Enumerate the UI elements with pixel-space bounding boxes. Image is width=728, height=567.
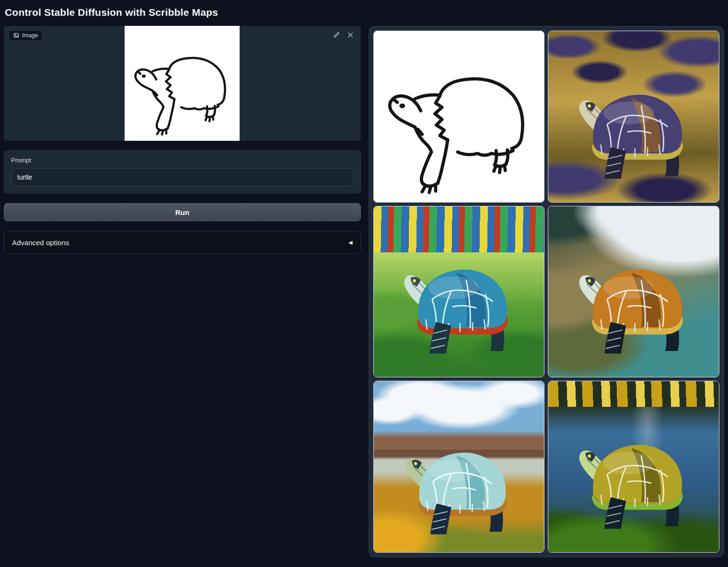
prompt-panel: Prompt: [4, 150, 361, 193]
input-panel: Image: [4, 26, 361, 254]
prompt-label: Prompt: [11, 157, 354, 164]
image-input[interactable]: Image: [4, 26, 361, 141]
image-input-label-text: Image: [22, 32, 38, 39]
collapse-arrow-icon: ◀: [348, 239, 352, 246]
edit-pencil-icon[interactable]: [333, 31, 340, 39]
prompt-input[interactable]: [11, 168, 354, 186]
close-icon[interactable]: [347, 31, 354, 39]
output-gallery: [369, 26, 725, 557]
run-button[interactable]: Run: [4, 203, 361, 221]
turtle-image: [557, 238, 710, 365]
image-toolbar: [333, 31, 354, 39]
gallery-item-mountain-lake[interactable]: [373, 381, 545, 553]
gallery-item-teal-artistic[interactable]: [373, 206, 545, 378]
gallery-item-orange-stream[interactable]: [548, 206, 719, 378]
turtle-image: [557, 64, 710, 190]
advanced-options-label: Advanced options: [12, 238, 69, 247]
page-title: Control Stable Diffusion with Scribble M…: [5, 7, 724, 18]
scribble-image: [125, 26, 240, 141]
turtle-image: [382, 238, 535, 365]
image-icon: [13, 33, 19, 38]
image-input-label: Image: [9, 30, 43, 41]
advanced-options-accordion[interactable]: Advanced options ◀: [4, 231, 361, 254]
gallery-item-scribble[interactable]: [373, 31, 545, 203]
gallery-item-underwater-moss[interactable]: [548, 381, 719, 553]
turtle-image: [557, 414, 710, 540]
gallery-item-gold-water[interactable]: [548, 31, 719, 203]
main-columns: Image: [4, 26, 724, 557]
turtle-image: [382, 422, 535, 545]
app-root: Control Stable Diffusion with Scribble M…: [0, 0, 728, 561]
